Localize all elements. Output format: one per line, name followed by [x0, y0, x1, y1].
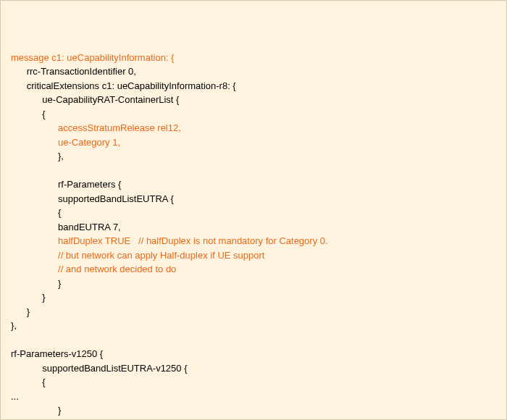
code-text: supportedBandListEUTRA-v1250 { — [42, 363, 187, 374]
code-line: rf-Parameters-v1250 { — [11, 347, 496, 361]
highlighted-text: // and network decided to do — [58, 264, 176, 274]
code-line: // and network decided to do — [11, 262, 496, 277]
code-line: bandEUTRA 7, — [11, 220, 496, 235]
code-line: halfDuplex TRUE // halfDuplex is not man… — [11, 234, 496, 248]
code-line: }, — [11, 319, 496, 333]
highlighted-text: ue-Category 1, — [58, 137, 120, 148]
code-text: } — [58, 278, 61, 289]
code-line: { — [11, 206, 496, 220]
code-line: // but network can apply Half-duplex if … — [11, 248, 496, 263]
code-text: ... — [11, 391, 19, 402]
code-line: { — [11, 375, 496, 390]
code-text: { — [58, 207, 61, 218]
code-line: message c1: ueCapabilityInformation: { — [11, 51, 496, 65]
code-text — [11, 335, 14, 345]
code-line: ue-CapabilityRAT-ContainerList { — [11, 93, 496, 107]
highlighted-text: accessStratumRelease rel12, — [58, 122, 181, 133]
code-line: } — [11, 418, 496, 421]
code-text: ue-CapabilityRAT-ContainerList { — [42, 94, 179, 105]
highlighted-text: halfDuplex TRUE // halfDuplex is not man… — [58, 235, 328, 246]
code-text: rf-Parameters { — [58, 179, 121, 190]
code-line: } — [11, 277, 496, 291]
code-line: { — [11, 107, 496, 122]
code-line: rrc-TransactionIdentifier 0, — [11, 64, 496, 79]
code-text: { — [42, 377, 45, 387]
code-text: rrc-TransactionIdentifier 0, — [27, 66, 136, 77]
code-block: message c1: ueCapabilityInformation: { r… — [11, 51, 496, 421]
highlighted-text: message c1: ueCapabilityInformation: { — [11, 52, 174, 63]
code-text — [11, 165, 14, 176]
code-line: } — [11, 403, 496, 418]
code-line: }, — [11, 149, 496, 164]
code-line: accessStratumRelease rel12, — [11, 121, 496, 135]
code-line: supportedBandListEUTRA { — [11, 192, 496, 206]
code-line — [11, 333, 496, 348]
highlighted-text: // but network can apply Half-duplex if … — [58, 250, 264, 261]
code-text: } — [58, 405, 61, 416]
code-line: } — [11, 290, 496, 305]
code-text: rf-Parameters-v1250 { — [11, 348, 103, 359]
code-line: ue-Category 1, — [11, 135, 496, 150]
code-text: bandEUTRA 7, — [58, 222, 121, 232]
code-line: criticalExtensions c1: ueCapabilityInfor… — [11, 79, 496, 93]
code-text: }, — [11, 320, 17, 331]
code-line — [11, 164, 496, 178]
code-line: ... — [11, 390, 496, 404]
code-text: criticalExtensions c1: ueCapabilityInfor… — [27, 80, 236, 91]
code-line: supportedBandListEUTRA-v1250 { — [11, 361, 496, 376]
code-text: supportedBandListEUTRA { — [58, 193, 174, 204]
code-text: } — [42, 292, 45, 303]
code-text: } — [27, 306, 30, 317]
code-text: { — [42, 109, 45, 119]
code-line: } — [11, 305, 496, 319]
code-line: rf-Parameters { — [11, 177, 496, 192]
code-text: }, — [58, 151, 64, 161]
